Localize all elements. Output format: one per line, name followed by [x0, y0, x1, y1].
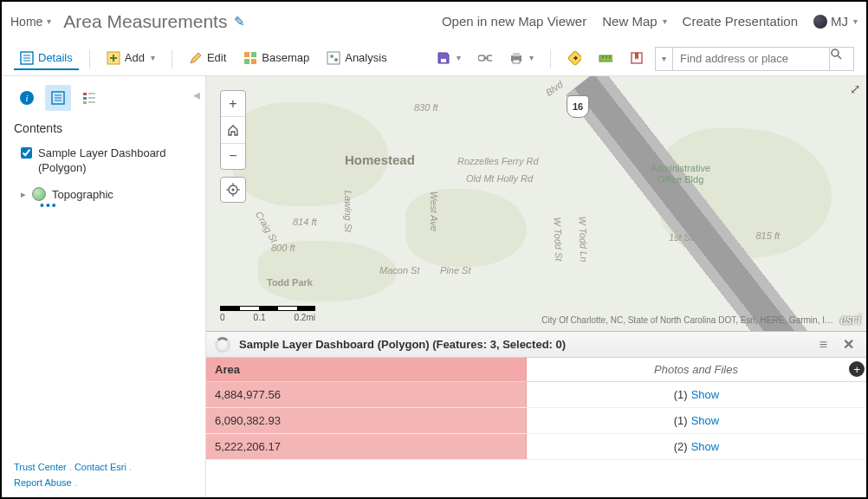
cell-photos: (2) Show	[527, 434, 866, 459]
open-viewer-link[interactable]: Open in new Map Viewer	[442, 14, 586, 29]
road-label: Blvd	[543, 79, 564, 98]
show-attachments-link[interactable]: Show	[691, 414, 720, 427]
measure-button[interactable]	[593, 48, 619, 70]
about-tab[interactable]: i	[14, 85, 40, 111]
home-link[interactable]: Home ▾	[10, 15, 51, 29]
cell-area: 5,222,206.17	[206, 434, 527, 459]
directions-icon	[567, 51, 581, 65]
zoom-in-button[interactable]: +	[221, 91, 245, 117]
svg-point-12	[330, 55, 334, 58]
place-label: Todd Park	[267, 277, 313, 288]
table-options-button[interactable]: ≡	[816, 337, 831, 353]
search-scope-toggle[interactable]: ▾	[656, 48, 673, 70]
column-header-photos[interactable]: Photos and Files	[527, 358, 866, 381]
table-rows: 4,884,977.56 (1) Show 6,090,382.93 (1) S…	[206, 382, 866, 497]
add-label: Add	[125, 51, 145, 64]
chevron-down-icon: ▾	[529, 53, 534, 62]
report-abuse-link[interactable]: Report Abuse	[14, 477, 72, 488]
open-viewer-label: Open in new Map Viewer	[442, 14, 586, 29]
esri-logo: esri	[840, 312, 861, 327]
place-label: AdministrativeOffice Bldg	[651, 163, 710, 185]
table-title: Sample Layer Dashboard (Polygon) (Featur…	[239, 338, 566, 351]
add-button[interactable]: Add ▾	[100, 48, 161, 70]
table-columns: Area Photos and Files +	[206, 358, 866, 382]
pencil-icon[interactable]: ✎	[234, 14, 245, 29]
svg-rect-36	[83, 97, 87, 100]
attribution-text: City Of Charlotte, NC, State of North Ca…	[541, 315, 833, 325]
save-button[interactable]: ▾	[431, 48, 467, 70]
expand-triangle-icon[interactable]: ▸	[21, 189, 26, 200]
edit-button[interactable]: Edit	[183, 48, 232, 70]
road-label: Macon St	[379, 265, 419, 275]
svg-rect-11	[327, 52, 340, 64]
bookmarks-icon	[630, 51, 644, 65]
bookmarks-button[interactable]	[624, 48, 650, 70]
layer-label: Sample Layer Dashboard (Polygon)	[38, 146, 193, 175]
page-title: Area Measurements ✎	[63, 11, 245, 32]
svg-rect-8	[251, 52, 256, 57]
basemap-button[interactable]: Basemap	[237, 48, 315, 70]
close-table-button[interactable]: ✕	[839, 336, 858, 353]
search-input[interactable]	[673, 48, 829, 70]
layer-visibility-checkbox[interactable]	[21, 147, 32, 159]
attribute-table-header: Sample Layer Dashboard (Polygon) (Featur…	[206, 332, 866, 358]
svg-rect-19	[513, 53, 520, 56]
elevation-label: 814 ft	[293, 217, 317, 227]
user-menu[interactable]: MJ▾	[813, 14, 858, 29]
directions-button[interactable]	[561, 48, 587, 70]
zoom-out-button[interactable]: −	[221, 144, 245, 169]
sidebar-tabs: i ◂	[2, 76, 205, 116]
cell-area: 4,884,977.56	[206, 382, 527, 407]
svg-rect-20	[513, 60, 520, 63]
sidebar-footer: Trust Center . Contact Esri . Report Abu…	[2, 452, 205, 497]
print-button[interactable]: ▾	[503, 48, 540, 70]
collapse-sidebar-icon[interactable]: ◂	[193, 87, 200, 103]
home-label: Home	[10, 15, 42, 29]
save-icon	[437, 51, 450, 65]
table-row[interactable]: 5,222,206.17 (2) Show	[206, 434, 866, 460]
basemap-item[interactable]: ▸ Topographic	[2, 180, 205, 201]
svg-rect-10	[251, 59, 256, 64]
cell-photos: (1) Show	[527, 382, 866, 407]
table-row[interactable]: 4,884,977.56 (1) Show	[206, 382, 866, 408]
map-canvas[interactable]: 16 Homestead Todd Park AdministrativeOff…	[206, 76, 866, 331]
app-body: i ◂ Contents Sample Layer Dashboard (Pol…	[2, 76, 866, 497]
place-label: Homestead	[345, 152, 415, 167]
create-presentation-link[interactable]: Create Presentation	[683, 14, 798, 29]
contents-tab[interactable]	[45, 85, 71, 111]
search-button[interactable]	[829, 48, 853, 70]
legend-tab[interactable]	[76, 85, 102, 111]
show-attachments-link[interactable]: Show	[691, 440, 720, 453]
scale-bar: 00.10.2mi	[220, 306, 315, 322]
cell-area: 6,090,382.93	[206, 408, 527, 433]
show-attachments-link[interactable]: Show	[691, 388, 720, 401]
details-icon	[20, 51, 34, 65]
trust-center-link[interactable]: Trust Center	[14, 462, 67, 472]
analysis-icon	[327, 51, 340, 65]
header-right: Open in new Map Viewer New Map▾ Create P…	[442, 14, 858, 29]
locate-button[interactable]	[220, 177, 246, 203]
road-label: 1st St	[669, 232, 693, 243]
layer-more-menu[interactable]: •••	[2, 201, 205, 210]
home-extent-button[interactable]	[221, 117, 245, 143]
details-button[interactable]: Details	[14, 48, 79, 70]
contact-esri-link[interactable]: Contact Esri	[74, 462, 126, 472]
svg-point-27	[832, 49, 839, 56]
elevation-label: 815 ft	[755, 230, 780, 241]
analysis-button[interactable]: Analysis	[321, 48, 392, 70]
chevron-down-icon: ▾	[663, 16, 667, 26]
share-button[interactable]	[472, 48, 498, 70]
new-map-link[interactable]: New Map▾	[602, 14, 666, 29]
table-row[interactable]: 6,090,382.93 (1) Show	[206, 408, 866, 434]
elevation-label: 830 ft	[414, 102, 438, 113]
title-text: Area Measurements	[63, 11, 227, 32]
layer-item[interactable]: Sample Layer Dashboard (Polygon)	[2, 140, 205, 180]
app-frame: Home ▾ Area Measurements ✎ Open in new M…	[0, 0, 868, 499]
details-label: Details	[38, 51, 73, 64]
link-icon	[478, 51, 492, 65]
add-column-button[interactable]: +	[849, 361, 865, 377]
column-header-area[interactable]: Area	[206, 358, 527, 381]
expand-map-icon[interactable]: ⤢	[850, 81, 861, 97]
sidebar: i ◂ Contents Sample Layer Dashboard (Pol…	[2, 76, 206, 497]
road-label: Lawing St	[343, 191, 353, 232]
